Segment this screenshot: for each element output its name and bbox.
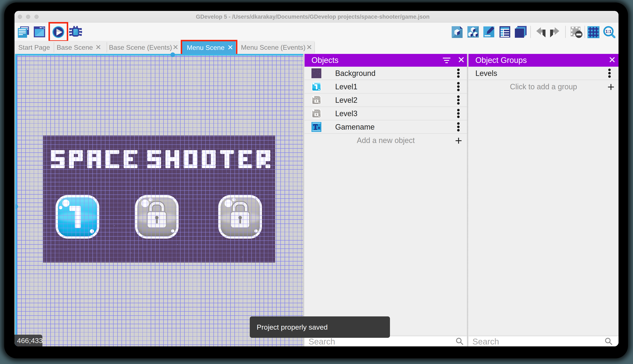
svg-text:1:1: 1:1 bbox=[605, 29, 611, 34]
